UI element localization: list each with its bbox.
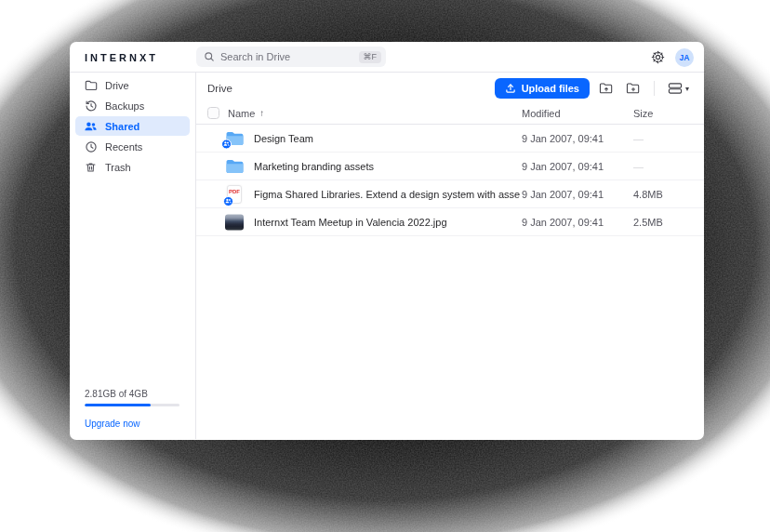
file-modified: 9 Jan 2007, 09:41: [522, 217, 604, 228]
file-size: —: [633, 133, 644, 144]
file-list: Design Team9 Jan 2007, 09:41—Marketing b…: [196, 125, 704, 236]
upload-files-button[interactable]: Upload files: [495, 78, 590, 99]
main-header: Drive Upload files: [196, 74, 704, 102]
storage-progressbar: [85, 404, 179, 406]
folder-icon: [225, 158, 245, 174]
file-name: Figma Shared Libraries. Extend a design …: [254, 189, 520, 200]
storage-progress-fill: [85, 404, 151, 406]
upload-icon: [505, 83, 516, 94]
settings-gear-icon[interactable]: [651, 50, 665, 64]
sidebar-item-backups[interactable]: Backups: [75, 96, 190, 115]
file-modified: 9 Jan 2007, 09:41: [522, 133, 604, 144]
backup-clock-icon: [84, 100, 98, 113]
image-thumbnail: [225, 214, 244, 230]
storage-usage-label: 2.81GB of 4GB: [85, 389, 179, 399]
sidebar-item-label: Recents: [105, 141, 142, 153]
table-row[interactable]: Internxt Team Meetup in Valencia 2022.jp…: [196, 208, 704, 236]
storage-section: 2.81GB of 4GB Upgrade now: [85, 389, 179, 429]
action-buttons: Upload files: [495, 78, 692, 99]
shared-badge-icon: [221, 139, 232, 149]
folder-icon: [225, 130, 245, 146]
sidebar-item-label: Shared: [105, 121, 139, 132]
upload-files-label: Upload files: [522, 83, 579, 94]
sidebar-nav: DriveBackupsSharedRecentsTrash: [70, 75, 195, 177]
stage: INTERNXT Search in Drive ⌘F JA DriveBack…: [0, 0, 770, 532]
column-header-modified[interactable]: Modified: [522, 108, 561, 119]
clock-icon: [84, 140, 98, 153]
file-size: 4.8MB: [633, 189, 663, 200]
pdf-file-icon: PDF: [227, 185, 242, 204]
view-mode-button[interactable]: ▾: [665, 80, 692, 97]
upload-folder-button[interactable]: [596, 80, 617, 97]
table-row[interactable]: PDFFigma Shared Libraries. Extend a desi…: [196, 180, 704, 208]
breadcrumb[interactable]: Drive: [207, 83, 232, 94]
people-icon: [84, 120, 98, 133]
sidebar-item-shared[interactable]: Shared: [75, 116, 190, 136]
create-folder-button[interactable]: [623, 80, 644, 97]
folder-upload-icon: [599, 82, 614, 95]
column-header-name[interactable]: Name ↑: [228, 108, 264, 119]
sidebar-item-recents[interactable]: Recents: [75, 137, 190, 156]
search-placeholder: Search in Drive: [220, 51, 359, 62]
folder-plus-icon: [626, 82, 641, 95]
chevron-down-icon: ▾: [685, 85, 689, 93]
sidebar: DriveBackupsSharedRecentsTrash 2.81GB of…: [70, 73, 196, 439]
list-view-icon: [668, 82, 683, 95]
topbar: INTERNXT Search in Drive ⌘F JA: [70, 42, 704, 73]
file-name: Design Team: [254, 133, 313, 144]
search-input[interactable]: Search in Drive ⌘F: [196, 47, 386, 67]
app-window: INTERNXT Search in Drive ⌘F JA DriveBack…: [70, 42, 704, 440]
sort-arrow-icon: ↑: [259, 108, 264, 118]
file-name: Marketing branding assets: [254, 161, 374, 172]
select-all-checkbox[interactable]: [207, 107, 219, 119]
folder-icon: [84, 79, 98, 92]
shared-badge-icon: [223, 196, 233, 206]
file-size: —: [633, 161, 644, 172]
sidebar-item-label: Trash: [105, 162, 131, 173]
column-header-size[interactable]: Size: [633, 108, 653, 119]
sidebar-item-label: Drive: [105, 80, 129, 91]
trash-icon: [84, 161, 98, 174]
main-panel: Drive Upload files: [196, 73, 704, 439]
topbar-actions: JA: [651, 42, 694, 73]
table-header: Name ↑ Modified Size: [196, 102, 704, 125]
search-icon: [204, 51, 215, 62]
sidebar-item-drive[interactable]: Drive: [75, 75, 190, 95]
table-row[interactable]: Design Team9 Jan 2007, 09:41—: [196, 125, 704, 153]
avatar[interactable]: JA: [675, 48, 694, 67]
sidebar-item-trash[interactable]: Trash: [75, 157, 190, 177]
image-thumbnail-preview: [225, 214, 244, 230]
file-modified: 9 Jan 2007, 09:41: [522, 161, 604, 172]
sidebar-item-label: Backups: [105, 100, 144, 112]
toolbar-divider: [654, 81, 655, 96]
table-row[interactable]: Marketing branding assets9 Jan 2007, 09:…: [196, 153, 704, 180]
brand-logo: INTERNXT: [85, 52, 158, 63]
file-size: 2.5MB: [633, 217, 663, 228]
file-name: Internxt Team Meetup in Valencia 2022.jp…: [254, 217, 447, 228]
search-shortcut-badge: ⌘F: [359, 51, 382, 63]
file-modified: 9 Jan 2007, 09:41: [522, 189, 604, 200]
upgrade-now-link[interactable]: Upgrade now: [85, 419, 179, 429]
